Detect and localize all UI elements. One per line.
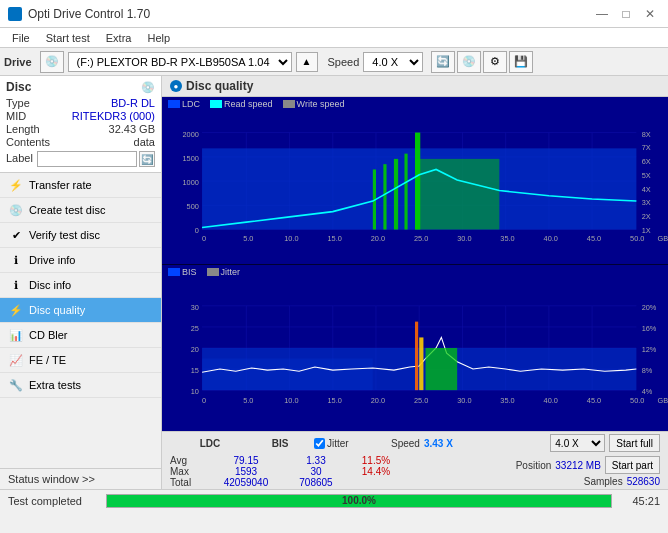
nav-disc-quality-label: Disc quality [29, 304, 85, 316]
menu-extra[interactable]: Extra [98, 30, 140, 46]
svg-text:10.0: 10.0 [284, 234, 298, 243]
chart2-svg: 30 25 20 15 10 20% 16% 12% 8% 4% [162, 279, 668, 428]
titlebar: Opti Drive Control 1.70 — □ ✕ [0, 0, 668, 28]
max-ldc-value: 1593 [206, 466, 286, 477]
menu-start-test[interactable]: Start test [38, 30, 98, 46]
disc-header: Disc 💿 [6, 80, 155, 94]
nav-disc-info[interactable]: ℹ Disc info [0, 273, 161, 298]
drive-select[interactable]: (F:) PLEXTOR BD-R PX-LB950SA 1.04 [68, 52, 292, 72]
samples-label: Samples [584, 476, 623, 487]
stats-speed-select[interactable]: 4.0 X [550, 434, 605, 452]
svg-text:25.0: 25.0 [414, 234, 428, 243]
disc-label-input[interactable] [37, 151, 137, 167]
verify-test-disc-icon: ✔ [8, 227, 24, 243]
disc-length-value: 32.43 GB [109, 123, 155, 135]
disc-section: Disc 💿 Type BD-R DL MID RITEKDR3 (000) L… [0, 76, 161, 173]
position-label: Position [516, 460, 552, 471]
max-bis-value: 30 [286, 466, 346, 477]
nav-transfer-rate-label: Transfer rate [29, 179, 92, 191]
bis-legend: BIS [168, 267, 197, 277]
refresh-icon[interactable]: 🔄 [431, 51, 455, 73]
avg-ldc-value: 79.15 [206, 455, 286, 466]
progress-container: 100.0% [106, 494, 612, 508]
svg-rect-32 [415, 159, 499, 230]
speed-label: Speed [328, 56, 360, 68]
speed-stat-label: Speed [391, 438, 420, 449]
read-speed-legend: Read speed [210, 99, 273, 109]
bis-header: BIS [250, 438, 310, 449]
jitter-color [207, 268, 219, 276]
cd-icon[interactable]: 💿 [457, 51, 481, 73]
svg-text:5.0: 5.0 [243, 234, 253, 243]
svg-text:3X: 3X [642, 198, 651, 207]
max-label: Max [170, 466, 206, 477]
stats-columns: LDC BIS Jitter Speed 3.43 X [170, 438, 546, 449]
menu-file[interactable]: File [4, 30, 38, 46]
create-test-disc-icon: 💿 [8, 202, 24, 218]
nav-verify-test-disc-label: Verify test disc [29, 229, 100, 241]
minimize-button[interactable]: — [592, 7, 612, 21]
chart2: BIS Jitter [162, 265, 668, 432]
svg-text:40.0: 40.0 [544, 395, 558, 404]
start-part-button[interactable]: Start part [605, 456, 660, 474]
svg-text:8X: 8X [642, 130, 651, 139]
nav-drive-info-label: Drive info [29, 254, 75, 266]
nav-transfer-rate[interactable]: ⚡ Transfer rate [0, 173, 161, 198]
stats-data-cols: Avg 79.15 1.33 11.5% Max 1593 30 14.4% [170, 455, 516, 488]
eject-button[interactable]: ▲ [296, 52, 318, 72]
nav-verify-test-disc[interactable]: ✔ Verify test disc [0, 223, 161, 248]
cd-bler-icon: 📊 [8, 327, 24, 343]
nav-create-test-disc[interactable]: 💿 Create test disc [0, 198, 161, 223]
app-title: Opti Drive Control 1.70 [28, 7, 150, 21]
speed-select[interactable]: 4.0 X [363, 52, 423, 72]
svg-text:1000: 1000 [183, 178, 199, 187]
jitter-legend-label: Jitter [221, 267, 241, 277]
nav-drive-info[interactable]: ℹ Drive info [0, 248, 161, 273]
menubar: File Start test Extra Help [0, 28, 668, 48]
samples-value: 528630 [627, 476, 660, 487]
svg-text:2X: 2X [642, 212, 651, 221]
progress-text: 100.0% [107, 495, 611, 507]
settings-icon[interactable]: ⚙ [483, 51, 507, 73]
svg-text:15: 15 [191, 366, 199, 375]
disc-label-icon[interactable]: 🔄 [139, 151, 155, 167]
svg-text:GB: GB [657, 234, 668, 243]
avg-jitter-value: 11.5% [346, 455, 406, 466]
nav-disc-quality[interactable]: ⚡ Disc quality [0, 298, 161, 323]
svg-text:50.0: 50.0 [630, 395, 644, 404]
svg-rect-30 [394, 159, 398, 230]
close-button[interactable]: ✕ [640, 7, 660, 21]
toolbar-icons: 🔄 💿 ⚙ 💾 [431, 51, 533, 73]
save-icon[interactable]: 💾 [509, 51, 533, 73]
app-icon [8, 7, 22, 21]
position-value: 33212 MB [555, 460, 601, 471]
jitter-checkbox[interactable] [314, 438, 325, 449]
nav-fe-te[interactable]: 📈 FE / TE [0, 348, 161, 373]
status-message: Test completed [8, 495, 98, 507]
svg-rect-72 [415, 321, 418, 390]
svg-text:30.0: 30.0 [457, 395, 471, 404]
svg-text:8%: 8% [642, 366, 653, 375]
menu-help[interactable]: Help [139, 30, 178, 46]
start-full-button[interactable]: Start full [609, 434, 660, 452]
content-header: ● Disc quality [162, 76, 668, 97]
maximize-button[interactable]: □ [616, 7, 636, 21]
disc-label-row: Label 🔄 [6, 149, 155, 167]
write-speed-color [283, 100, 295, 108]
ldc-color [168, 100, 180, 108]
status-window-button[interactable]: Status window >> [0, 468, 161, 489]
titlebar-left: Opti Drive Control 1.70 [8, 7, 150, 21]
disc-mid-label: MID [6, 110, 26, 122]
status-window-label: Status window >> [8, 473, 95, 485]
svg-text:10.0: 10.0 [284, 395, 298, 404]
svg-text:20.0: 20.0 [371, 234, 385, 243]
fe-te-icon: 📈 [8, 352, 24, 368]
speed-stat-value: 3.43 X [424, 438, 453, 449]
nav-extra-tests[interactable]: 🔧 Extra tests [0, 373, 161, 398]
total-label: Total [170, 477, 206, 488]
svg-text:20: 20 [191, 345, 199, 354]
disc-length-row: Length 32.43 GB [6, 123, 155, 135]
charts-container: LDC Read speed Write speed [162, 97, 668, 431]
nav-cd-bler[interactable]: 📊 CD Bler [0, 323, 161, 348]
svg-text:15.0: 15.0 [328, 234, 342, 243]
